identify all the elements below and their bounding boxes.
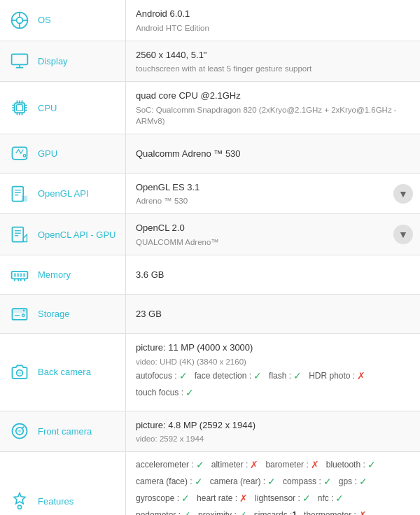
spec-left-cpu: CPU xyxy=(0,82,126,134)
feature-label: gps : xyxy=(339,477,357,486)
cross-icon: ✗ xyxy=(239,493,248,504)
check-icon: ✓ xyxy=(239,509,247,515)
svg-point-47 xyxy=(18,372,21,374)
spec-right-display: 2560 x 1440, 5.1"touchscreen with at lea… xyxy=(126,41,420,82)
feature-grid-line-0: accelerometer :✓ altimeter :✗ barometer … xyxy=(136,459,410,473)
spec-label-opengl: OpenGL API xyxy=(38,188,89,199)
os-icon xyxy=(8,9,31,31)
camera-icon xyxy=(8,361,31,383)
memory-icon xyxy=(8,264,31,286)
check-icon: ✓ xyxy=(253,370,262,381)
cross-icon: ✗ xyxy=(250,459,258,470)
feature-label: touch focus : xyxy=(136,388,183,397)
check-icon: ✓ xyxy=(196,459,204,470)
spec-label-backcam: Back camera xyxy=(38,367,91,377)
spec-right-features: accelerometer :✓ altimeter :✗ barometer … xyxy=(126,452,420,515)
feature-label: thermometer : xyxy=(304,510,356,515)
spec-right-gpu: Qualcomm Adreno ™ 530 xyxy=(126,134,420,173)
feature-label: face detection : xyxy=(195,371,251,381)
spec-value-sub: Adreno ™ 530 xyxy=(136,195,410,206)
spec-value-main: quad core CPU @2.1GHz xyxy=(136,89,410,103)
feature-label: bluetooth : xyxy=(326,460,365,470)
feature-item: simcards : 1 xyxy=(254,509,297,515)
spec-left-features: Features xyxy=(0,452,126,515)
svg-rect-33 xyxy=(14,273,16,276)
spec-value-sub: Android HTC Edition xyxy=(136,22,410,34)
spec-right-storage: 23 GB xyxy=(126,295,420,333)
spec-left-display: Display xyxy=(0,41,126,82)
spec-label-features: Features xyxy=(38,496,74,507)
spec-left-frontcam: Front camera xyxy=(0,411,126,452)
feature-item: gyroscope :✓ xyxy=(136,493,190,504)
feature-item: face detection :✓ xyxy=(195,370,262,381)
check-icon: ✓ xyxy=(183,509,191,515)
display-icon xyxy=(8,50,31,72)
feature-label: camera (face) : xyxy=(136,477,192,486)
feature-label: barometer : xyxy=(265,460,308,470)
spec-label-storage: Storage xyxy=(38,309,70,319)
spec-value-main: OpenCL 2.0 xyxy=(136,221,410,235)
spec-right-backcam: picture: 11 MP (4000 x 3000)video: UHD (… xyxy=(126,334,420,411)
svg-rect-32 xyxy=(12,271,28,278)
spec-row-display: Display2560 x 1440, 5.1"touchscreen with… xyxy=(0,41,420,83)
feature-label: altimeter : xyxy=(211,460,248,470)
spec-value-main: 23 GB xyxy=(136,307,410,321)
spec-label-cpu: CPU xyxy=(38,103,57,113)
feature-count: 1 xyxy=(292,510,297,515)
spec-left-backcam: Back camera xyxy=(0,334,126,411)
feature-grid-line-3: pedometer :✓ proximity :✓ simcards : 1 t… xyxy=(136,509,410,515)
svg-rect-28 xyxy=(13,227,24,242)
spec-label-gpu: GPU xyxy=(38,148,57,159)
spec-value-sub: SoC: Qualcomm Snapdragon 820 (2xKryo@2.1… xyxy=(136,104,410,127)
spec-right-memory: 3.6 GB xyxy=(126,255,420,294)
feature-line-1: autofocus :✓ face detection :✓ flash :✓ … xyxy=(136,370,410,384)
spec-label-frontcam: Front camera xyxy=(38,426,92,437)
check-icon: ✓ xyxy=(195,476,203,487)
opengl-icon xyxy=(8,183,31,205)
feature-item: proximity :✓ xyxy=(198,509,247,515)
check-icon: ✓ xyxy=(186,387,194,398)
feature-item: HDR photo :✗ xyxy=(309,370,365,381)
chevron-button[interactable]: ▼ xyxy=(393,225,413,244)
features-icon xyxy=(8,490,31,512)
spec-row-storage: Storage23 GB xyxy=(0,295,420,334)
gpu-icon xyxy=(8,142,31,164)
spec-label-opencl: OpenCL API - GPU xyxy=(38,230,116,240)
feature-item: nfc :✓ xyxy=(318,493,344,504)
feature-label: simcards : xyxy=(254,510,293,515)
svg-rect-6 xyxy=(12,55,28,65)
feature-item: touch focus :✓ xyxy=(136,387,194,398)
svg-rect-35 xyxy=(20,273,22,276)
feature-label: nfc : xyxy=(318,493,334,503)
spec-value-sub: QUALCOMM Adreno™ xyxy=(136,237,410,248)
feature-item: altimeter :✗ xyxy=(211,459,259,470)
spec-row-backcam: Back camerapicture: 11 MP (4000 x 3000)v… xyxy=(0,334,420,411)
spec-value-main: Android 6.0.1 xyxy=(136,7,410,21)
feature-label: pedometer : xyxy=(136,510,181,515)
feature-item: compass :✓ xyxy=(283,476,332,487)
spec-left-opencl: OpenCL API - GPU xyxy=(0,214,126,255)
feature-grid-line-1: camera (face) :✓ camera (rear) :✓ compas… xyxy=(136,476,410,490)
spec-right-frontcam: picture: 4.8 MP (2592 x 1944)video: 2592… xyxy=(126,411,420,452)
cross-icon: ✗ xyxy=(358,509,367,515)
feature-grid-line-2: gyroscope :✓ heart rate :✗ lightsensor :… xyxy=(136,493,410,507)
spec-value-main: 2560 x 1440, 5.1" xyxy=(136,48,410,62)
feature-label: flash : xyxy=(269,371,291,381)
spec-label-os: OS xyxy=(38,15,51,25)
feature-item: camera (rear) :✓ xyxy=(210,476,276,487)
spec-row-frontcam: Front camerapicture: 4.8 MP (2592 x 1944… xyxy=(0,411,420,453)
spec-left-os: OS xyxy=(0,0,126,41)
check-icon: ✓ xyxy=(368,459,376,470)
svg-point-45 xyxy=(22,314,25,317)
chevron-button[interactable]: ▼ xyxy=(393,184,413,204)
spec-value-sub: touchscreen with at least 5 finger gestu… xyxy=(136,63,410,74)
svg-rect-34 xyxy=(18,273,20,276)
spec-left-gpu: GPU xyxy=(0,134,126,173)
spec-value-main: picture: 11 MP (4000 x 3000) xyxy=(136,341,410,355)
spec-right-opengl: OpenGL ES 3.1Adreno ™ 530▼ xyxy=(126,174,420,214)
feature-item: heart rate :✗ xyxy=(197,493,248,504)
spec-left-memory: Memory xyxy=(0,255,126,294)
spec-label-memory: Memory xyxy=(38,269,71,280)
feature-item: autofocus :✓ xyxy=(136,370,188,381)
feature-item: gps :✓ xyxy=(339,476,368,487)
